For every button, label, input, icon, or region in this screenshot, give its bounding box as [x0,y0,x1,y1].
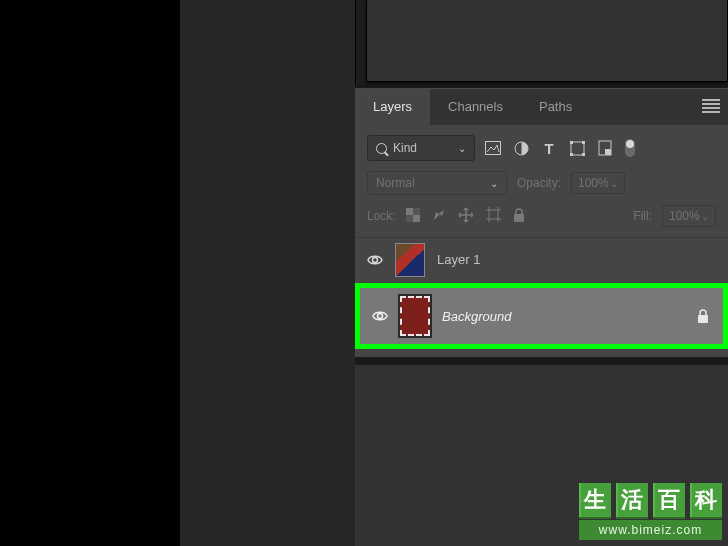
layer-thumbnail[interactable] [395,243,425,277]
filter-toggle[interactable] [625,139,635,157]
fill-input[interactable]: 100% ⌄ [662,205,716,227]
panel-body: Kind ⌄ T [355,125,728,357]
fill-value: 100% [669,209,700,223]
panel-menu-icon[interactable] [702,99,720,113]
blend-row: Normal ⌄ Opacity: 100% ⌄ [355,167,728,199]
tab-paths[interactable]: Paths [521,89,590,125]
filter-shape-icon[interactable] [569,140,585,156]
svg-rect-11 [413,208,420,215]
lock-icon [697,309,711,323]
highlighted-layer: Background [355,283,728,349]
lock-pixels-icon[interactable] [432,208,446,225]
lock-transparency-icon[interactable] [406,208,420,225]
svg-point-24 [378,314,383,319]
watermark-char: 百 [653,483,685,517]
layer-name[interactable]: Layer 1 [437,252,716,267]
left-black-strip [0,0,180,546]
blend-mode-select[interactable]: Normal ⌄ [367,171,507,195]
svg-rect-22 [514,214,524,222]
watermark-char: 活 [616,483,648,517]
watermark-char: 生 [579,483,611,517]
opacity-label: Opacity: [517,176,561,190]
lock-row: Lock: Fill: 1 [355,199,728,237]
tab-channels[interactable]: Channels [430,89,521,125]
filter-adjustment-icon[interactable] [513,140,529,156]
filter-kind-select[interactable]: Kind ⌄ [367,135,475,161]
lock-position-icon[interactable] [458,207,474,226]
svg-rect-9 [406,208,413,215]
chevron-down-icon: ⌄ [458,143,466,154]
document-inner [366,0,728,82]
filter-kind-label: Kind [393,141,417,155]
opacity-value: 100% [578,176,609,190]
canvas-area [180,0,355,546]
lock-label: Lock: [367,209,396,223]
filter-row: Kind ⌄ T [355,125,728,167]
svg-point-23 [373,257,378,262]
fill-label: Fill: [633,209,652,223]
filter-pixel-icon[interactable] [485,140,501,156]
filter-type-icons: T [485,139,635,157]
lock-all-icon[interactable] [513,208,525,225]
layer-name[interactable]: Background [442,309,685,324]
filter-smartobject-icon[interactable] [597,140,613,156]
svg-rect-12 [406,215,413,222]
svg-rect-3 [570,141,573,144]
tab-layers[interactable]: Layers [355,89,430,125]
layer-row[interactable]: Background [360,288,723,344]
svg-rect-25 [698,315,708,323]
filter-type-icon[interactable]: T [541,140,557,156]
chevron-down-icon: ⌄ [490,178,498,189]
chevron-down-icon: ⌄ [610,178,618,189]
visibility-toggle[interactable] [367,252,383,268]
svg-rect-4 [582,141,585,144]
opacity-input[interactable]: 100% ⌄ [571,172,625,194]
blend-mode-value: Normal [376,176,415,190]
layer-row[interactable]: Layer 1 [355,237,728,281]
watermark: 生 活 百 科 www.bimeiz.com [579,483,722,540]
svg-rect-10 [413,215,420,222]
layers-panel: Layers Channels Paths Kind ⌄ [355,88,728,357]
panel-tabs: Layers Channels Paths [355,89,728,125]
layer-thumbnail[interactable] [400,296,430,336]
chevron-down-icon: ⌄ [701,211,709,222]
document-preview-area [355,0,728,85]
svg-rect-6 [582,153,585,156]
layers-list: Layer 1 Background [355,237,728,349]
lock-artboard-icon[interactable] [486,207,501,225]
watermark-url: www.bimeiz.com [579,520,722,540]
watermark-char: 科 [690,483,722,517]
svg-rect-8 [605,149,611,155]
visibility-toggle[interactable] [372,308,388,324]
svg-rect-5 [570,153,573,156]
search-icon [376,143,387,154]
svg-rect-13 [489,210,498,219]
